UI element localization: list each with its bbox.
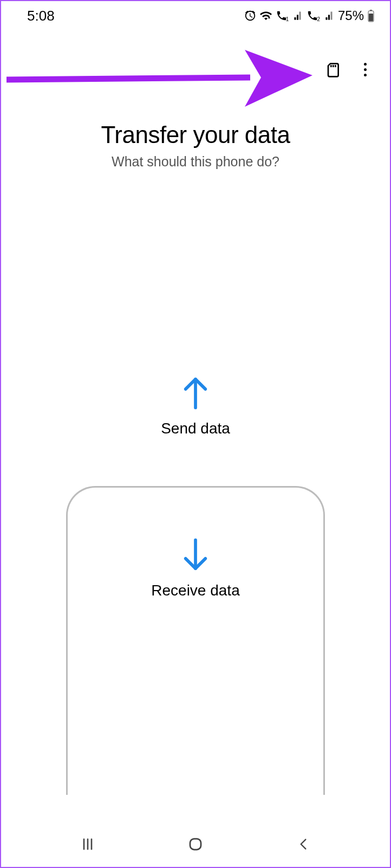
status-icons: 1 2 75% [244,8,375,23]
sd-card-button[interactable] [323,60,342,79]
arrow-down-icon [180,537,211,574]
status-time: 5:08 [27,8,55,24]
svg-rect-13 [190,839,201,850]
status-bar: 5:08 1 2 75% [1,1,390,27]
signal-1-icon [294,11,303,21]
battery-icon [367,9,375,22]
navigation-bar [1,821,390,867]
svg-rect-2 [369,14,373,21]
call-2-icon: 2 [307,10,322,22]
nav-home-button[interactable] [185,833,206,855]
more-options-button[interactable] [355,60,375,79]
signal-2-icon [325,11,335,21]
page-subtitle: What should this phone do? [1,154,390,170]
nav-recents-button[interactable] [77,833,99,855]
send-data-button[interactable]: Send data [1,375,390,448]
battery-percent: 75% [338,8,364,23]
send-label: Send data [1,420,390,437]
receive-data-button[interactable]: Receive data [66,486,325,795]
svg-rect-1 [370,10,372,11]
nav-back-button[interactable] [292,833,314,855]
header-section: Transfer your data What should this phon… [1,121,390,170]
arrow-up-icon [180,375,211,412]
app-bar [1,27,390,79]
call-1-icon: 1 [276,10,291,22]
receive-label: Receive data [68,582,323,599]
page-title: Transfer your data [1,121,390,148]
alarm-icon [244,10,256,22]
options-area: Send data Receive data [1,375,390,795]
wifi-icon [259,9,272,22]
